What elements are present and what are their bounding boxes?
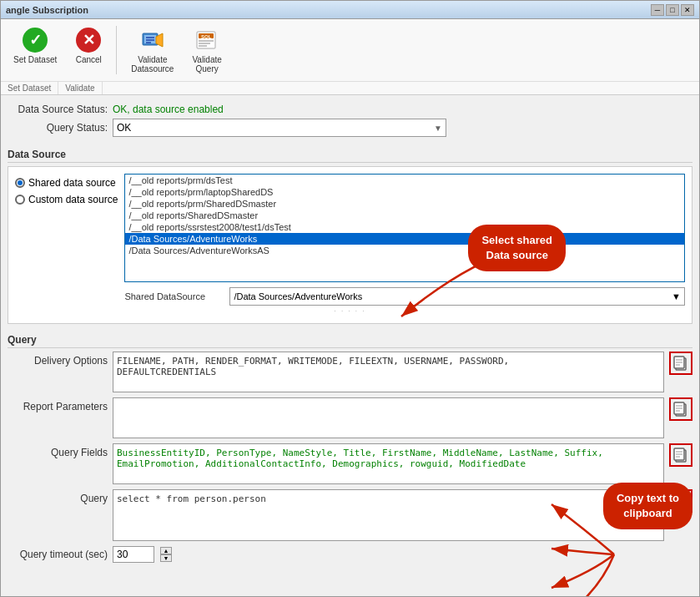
set-dataset-label: Set Dataset [13, 55, 57, 64]
delivery-options-input[interactable] [113, 352, 664, 392]
toolbar-group-dataset: ✓ Set Dataset ✕ Cancel [6, 23, 109, 78]
shared-radio-indicator [15, 178, 25, 188]
datasource-list-item[interactable]: /__old reports/prm/laptopSharedDS [125, 186, 684, 198]
query-section-header: Query [8, 331, 692, 348]
query-label: Query [8, 489, 108, 504]
query-status-row: Query Status: OK ▼ [8, 117, 692, 139]
query-header: Query [8, 331, 692, 348]
toolbar-label-row: Set Dataset Validate [1, 81, 699, 94]
query-fields-input[interactable] [113, 443, 664, 484]
report-params-label: Report Parameters [8, 397, 108, 412]
inner-content: Data Source Status: OK, data source enab… [1, 95, 699, 596]
datasource-list-item[interactable]: /__old reports/prm/dsTest [125, 175, 684, 186]
shared-datasource-row: Shared DataSource /Data Sources/Adventur… [124, 287, 685, 306]
maximize-button[interactable]: □ [666, 4, 679, 16]
datasource-status-row: Data Source Status: OK, data source enab… [8, 102, 692, 117]
datasource-radios: Shared data source Custom data source [15, 174, 118, 306]
validate-datasource-icon [139, 27, 166, 53]
window-title: angle Subscription [6, 5, 88, 15]
custom-radio-label: Custom data source [28, 194, 118, 205]
shared-radio-label: Shared data source [28, 177, 116, 189]
shared-datasource-combo[interactable]: /Data Sources/AdventureWorks ▼ [229, 287, 685, 306]
cancel-button[interactable]: ✕ Cancel [68, 23, 109, 78]
custom-radio-indicator [15, 195, 25, 205]
main-area: Data Source Status: OK, data source enab… [1, 95, 699, 596]
datasource-list-item[interactable]: /__old reports/SharedDSmaster [125, 210, 684, 221]
datasource-list-item[interactable]: /Data Sources/AdventureWorks [125, 233, 684, 245]
shared-datasource-radio[interactable]: Shared data source [15, 177, 118, 189]
custom-datasource-radio[interactable]: Custom data source [15, 194, 118, 205]
toolbar-group-validate: Validate Datasource SQL Validate Qu [123, 23, 229, 78]
validate-query-label: Validate Query [192, 55, 221, 73]
datasource-status-value: OK, data source enabled [113, 104, 224, 115]
svg-text:SQL: SQL [201, 34, 212, 39]
copy-fields-button[interactable] [669, 443, 692, 467]
toolbar-label-setdataset: Set Dataset [1, 82, 58, 94]
copy-params-button[interactable] [669, 397, 692, 421]
datasource-main: Shared data source Custom data source /_… [15, 174, 685, 306]
timeout-input[interactable] [113, 546, 154, 563]
close-button[interactable]: ✕ [681, 4, 694, 16]
timeout-up-button[interactable]: ▲ [160, 547, 172, 554]
toolbar-label-validate: Validate [58, 82, 102, 94]
query-combo-arrow: ▼ [434, 124, 442, 133]
query-status-label: Query Status: [8, 122, 108, 134]
validate-query-icon: SQL [194, 27, 220, 53]
cancel-icon: ✕ [75, 27, 102, 53]
datasource-section: Shared data source Custom data source /_… [8, 166, 692, 324]
validate-query-button[interactable]: SQL Validate Query [184, 23, 229, 78]
datasource-right: /__old reports/prm/dsTest/__old reports/… [124, 174, 685, 306]
query-status-value: OK [117, 122, 131, 134]
query-timeout-row: Query timeout (sec) ▲ ▼ [8, 546, 692, 563]
copy-query-button[interactable] [669, 489, 692, 513]
datasource-section-header: Data Source [8, 145, 692, 163]
report-params-row: Report Parameters [8, 397, 692, 438]
validate-datasource-button[interactable]: Validate Datasource [123, 23, 181, 78]
datasource-list-item[interactable]: /__old reports/ssrstest2008/test1/dsTest [125, 221, 684, 233]
timeout-label: Query timeout (sec) [8, 549, 108, 560]
copy-delivery-icon [673, 355, 688, 372]
copy-delivery-button[interactable] [669, 352, 692, 375]
title-bar: angle Subscription ─ □ ✕ [1, 1, 699, 19]
delivery-options-row: Delivery Options [8, 352, 692, 392]
main-window: angle Subscription ─ □ ✕ ✓ Set Dataset ✕ [0, 0, 700, 597]
datasource-list[interactable]: /__old reports/prm/dsTest/__old reports/… [124, 174, 685, 282]
timeout-spinner: ▲ ▼ [160, 547, 172, 562]
datasource-status-label: Data Source Status: [8, 104, 108, 115]
shared-datasource-value: /Data Sources/AdventureWorks [234, 291, 362, 301]
shared-datasource-label: Shared DataSource [124, 291, 224, 301]
validate-datasource-label: Validate Datasource [131, 55, 174, 73]
query-status-combo[interactable]: OK ▼ [113, 119, 446, 137]
delivery-options-label: Delivery Options [8, 352, 108, 367]
datasource-header: Data Source [8, 145, 692, 163]
title-controls: ─ □ ✕ [651, 4, 694, 16]
copy-fields-icon [673, 447, 688, 463]
toolbar: ✓ Set Dataset ✕ Cancel [1, 19, 699, 95]
query-input[interactable] [113, 489, 664, 541]
set-dataset-icon: ✓ [22, 27, 48, 53]
datasource-list-item[interactable]: /__old reports/prm/SharedDSmaster [125, 198, 684, 210]
shared-combo-arrow: ▼ [672, 291, 681, 301]
timeout-down-button[interactable]: ▼ [160, 554, 172, 562]
copy-query-icon [673, 493, 688, 509]
query-fields-label: Query Fields [8, 443, 108, 458]
set-dataset-button[interactable]: ✓ Set Dataset [6, 23, 64, 78]
copy-params-icon [673, 401, 688, 417]
resize-handle[interactable]: · · · · · [15, 306, 685, 316]
report-params-input[interactable] [113, 397, 664, 438]
toolbar-buttons: ✓ Set Dataset ✕ Cancel [1, 19, 699, 81]
minimize-button[interactable]: ─ [651, 4, 664, 16]
query-row: Query [8, 489, 692, 541]
query-fields-row: Query Fields [8, 443, 692, 484]
cancel-label: Cancel [76, 55, 102, 64]
datasource-list-item[interactable]: /Data Sources/AdventureWorksAS [125, 245, 684, 256]
toolbar-separator-1 [116, 26, 117, 74]
